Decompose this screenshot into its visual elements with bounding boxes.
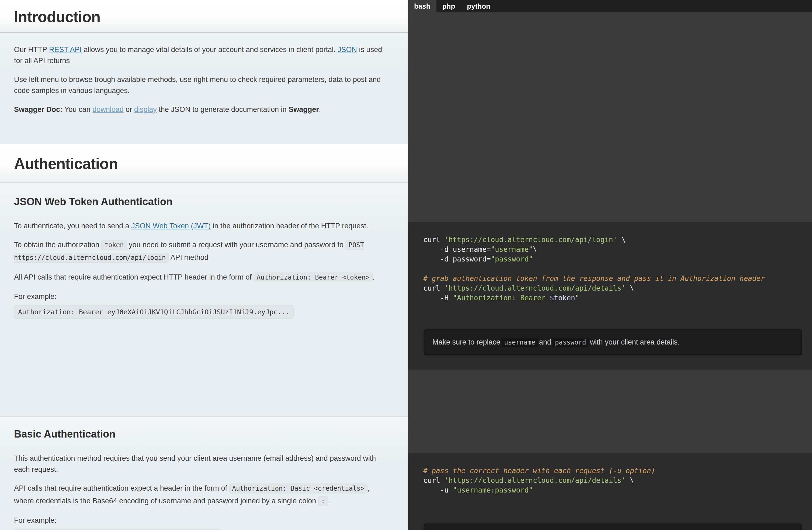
note-text: with your client area details. — [590, 338, 679, 346]
jwt-authentication-section: JSON Web Token Authentication To authent… — [0, 182, 408, 417]
code-string-token: "password" — [491, 255, 533, 263]
intro-p3-text: . — [319, 106, 321, 113]
basic-for-example-label: For example: — [14, 515, 391, 526]
code-line: -d password="password" — [423, 254, 812, 264]
swagger-doc-label: Swagger Doc: — [14, 106, 62, 113]
docs-column: Introduction Our HTTP REST API allows yo… — [0, 0, 408, 530]
code-string-token: 'https://cloud.alterncloud.com/api/login… — [444, 236, 617, 244]
api-docs-page: Introduction Our HTTP REST API allows yo… — [0, 0, 812, 530]
jwt-example-line: Authorization: Bearer eyJ0eXAiOiJKV1QiLC… — [14, 305, 391, 319]
code-line: curl 'https://cloud.alterncloud.com/api/… — [423, 476, 812, 485]
jwt-paragraph-3: All API calls that require authenticatio… — [14, 271, 391, 283]
introduction-section: Our HTTP REST API allows you to manage v… — [0, 33, 408, 144]
intro-p3-text: the JSON to generate documentation in — [157, 106, 289, 113]
jwt-paragraph-1: To authenticate, you need to send a JSON… — [14, 221, 391, 232]
jwt-code-block: curl 'https://cloud.alterncloud.com/api/… — [408, 222, 812, 369]
display-link[interactable]: display — [134, 106, 157, 113]
colon-inline-code: : — [318, 496, 328, 506]
tab-bash[interactable]: bash — [408, 0, 436, 12]
code-token: -H — [423, 294, 453, 302]
code-blank-line — [423, 264, 812, 274]
json-link[interactable]: JSON — [337, 45, 357, 54]
jwt-p1-text: To authenticate, you need to send a — [14, 222, 131, 230]
intro-p3-text: You can — [62, 106, 92, 113]
basic-section-title: Basic Authentication — [14, 417, 391, 440]
note-text: and — [539, 338, 551, 346]
bearer-header-inline-code: Authorization: Bearer <token> — [253, 273, 372, 282]
code-line: curl 'https://cloud.alterncloud.com/api/… — [423, 283, 812, 293]
code-line: curl 'https://cloud.alterncloud.com/api/… — [423, 235, 812, 245]
code-token: \ — [617, 236, 626, 244]
intro-p1-text: allows you to manage vital details of yo… — [82, 45, 337, 54]
bottom-note-box-partial — [424, 524, 802, 530]
code-token: curl — [423, 236, 444, 244]
intro-p1-text: Our HTTP — [14, 45, 49, 54]
code-comment-line: # pass the correct header with each requ… — [423, 466, 812, 476]
code-string-token: "Authorization: Bearer — [453, 294, 550, 302]
rest-api-link[interactable]: REST API — [49, 45, 82, 54]
note-text: Make sure to replace — [432, 338, 500, 346]
jwt-p2-text: API method — [169, 253, 208, 262]
code-line: -d username="username"\ — [423, 245, 812, 254]
code-line: -u "username:password" — [423, 485, 812, 495]
code-token: -u — [423, 486, 453, 494]
authentication-heading-band: Authentication — [0, 144, 408, 182]
basic-paragraph-1: This authentication method requires that… — [14, 453, 391, 475]
code-token: \ — [626, 476, 634, 485]
basic-authentication-section: Basic Authentication This authentication… — [0, 417, 408, 530]
password-note-code: password — [552, 338, 589, 347]
code-comment-line: # grab authentication token from the res… — [423, 274, 812, 283]
code-string-token: "username" — [491, 245, 533, 253]
code-string-token: "username:password" — [453, 486, 533, 494]
jwt-paragraph-2: To obtain the authorization token you ne… — [14, 239, 391, 264]
intro-paragraph-1: Our HTTP REST API allows you to manage v… — [14, 44, 391, 66]
code-token: \ — [626, 284, 634, 292]
code-line: -H "Authorization: Bearer $token" — [423, 293, 812, 303]
basic-code-block: # pass the correct header with each requ… — [408, 453, 812, 530]
credentials-note-box: Make sure to replace username and passwo… — [424, 330, 802, 355]
intro-paragraph-2: Use left menu to browse trough available… — [14, 74, 391, 96]
code-panel: bash php python curl 'https://cloud.alte… — [408, 0, 812, 530]
code-token: -d username= — [423, 245, 491, 253]
intro-paragraph-3: Swagger Doc: You can download or display… — [14, 104, 391, 115]
bearer-example-code: Authorization: Bearer eyJ0eXAiOiJKV1QiLC… — [14, 305, 294, 319]
code-variable-token: $token — [550, 294, 575, 302]
code-comment-token: # pass the correct header with each requ… — [423, 466, 655, 475]
token-inline-code: token — [101, 240, 127, 250]
language-tabbar: bash php python — [408, 0, 812, 12]
jwt-p1-text: in the authorization header of the HTTP … — [211, 222, 368, 230]
introduction-title: Introduction — [14, 7, 100, 26]
username-note-code: username — [502, 338, 538, 347]
intro-p3-text: or — [124, 106, 134, 113]
jwt-for-example-label: For example: — [14, 291, 391, 302]
basic-paragraph-2: API calls that require authentication ex… — [14, 482, 391, 507]
code-string-token: 'https://cloud.alterncloud.com/api/detai… — [444, 476, 626, 485]
tab-php[interactable]: php — [436, 0, 461, 12]
code-token: -d password= — [423, 255, 491, 263]
jwt-p2-text: To obtain the authorization — [14, 241, 101, 249]
code-panel-gap — [408, 12, 812, 222]
code-string-token: " — [575, 294, 580, 302]
code-string-token: 'https://cloud.alterncloud.com/api/detai… — [444, 284, 626, 292]
basic-header-inline-code: Authorization: Basic <credentials> — [229, 484, 367, 493]
basic-p2-text: . — [328, 497, 330, 505]
code-comment-token: # grab authentication token from the res… — [423, 275, 765, 282]
jwt-p2-text: you need to submit a request with your u… — [127, 241, 345, 249]
jwt-p3-text: All API calls that require authenticatio… — [14, 273, 253, 281]
swagger-bold: Swagger — [289, 106, 319, 113]
code-token: curl — [423, 284, 444, 292]
code-panel-gap — [408, 369, 812, 453]
jwt-p3-text: . — [373, 273, 375, 281]
introduction-heading-band: Introduction — [0, 0, 408, 33]
download-link[interactable]: download — [92, 106, 124, 113]
jwt-link[interactable]: JSON Web Token (JWT) — [131, 222, 211, 230]
basic-p2-text: API calls that require authentication ex… — [14, 484, 229, 492]
code-token: curl — [423, 476, 444, 485]
jwt-section-title: JSON Web Token Authentication — [14, 182, 391, 208]
tab-python[interactable]: python — [461, 0, 496, 12]
code-token: \ — [533, 245, 537, 253]
authentication-title: Authentication — [14, 154, 118, 172]
